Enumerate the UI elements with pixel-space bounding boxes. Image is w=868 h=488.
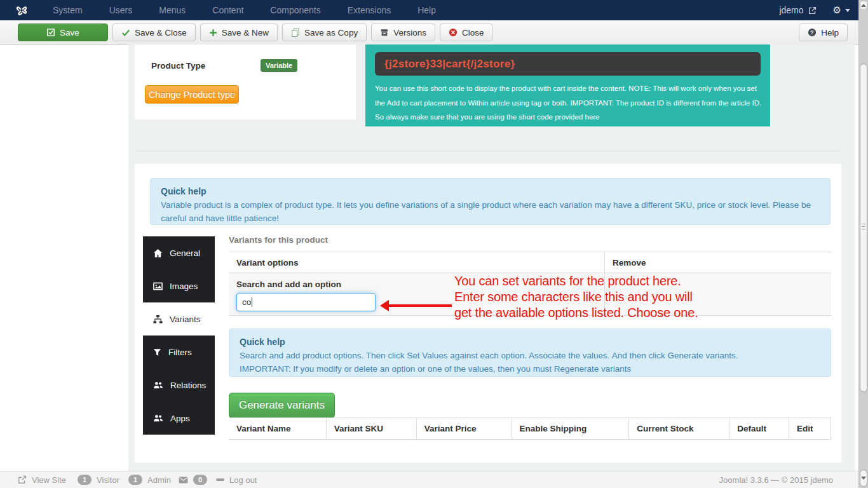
admin-menu: System Users Menus Content Components Ex… <box>39 0 449 20</box>
annotation-line-2: Enter some characters like this and you … <box>454 289 698 305</box>
help-icon: ? <box>808 28 817 37</box>
svg-text:?: ? <box>811 29 814 36</box>
change-product-type-button[interactable]: Change Product type <box>145 85 239 104</box>
menu-item-content[interactable]: Content <box>199 0 257 20</box>
annotation-text: You can set variants for the product her… <box>454 273 698 321</box>
versions-button[interactable]: Versions <box>371 24 435 41</box>
gear-icon: ⚙ <box>833 4 841 16</box>
col-enable-shipping: Enable Shipping <box>512 418 629 439</box>
quick-help-top-text: Variable product is a complex of product… <box>161 198 820 225</box>
quick-help-top-title: Quick help <box>161 186 820 196</box>
close-label: Close <box>462 28 484 37</box>
variant-options-header: Variant options <box>229 252 605 273</box>
product-type-card: Product Type Variable Change Product typ… <box>135 44 356 119</box>
save-label: Save <box>60 28 79 37</box>
menu-item-users[interactable]: Users <box>96 0 146 20</box>
menu-item-help[interactable]: Help <box>404 0 449 20</box>
tab-images[interactable]: Images <box>143 269 215 302</box>
view-site-link[interactable]: View Site <box>32 475 66 485</box>
menu-item-menus[interactable]: Menus <box>146 0 199 20</box>
admin-count-badge: 1 <box>128 475 142 485</box>
status-bar: View Site 1 Visitor 1 Admin 0 Log out Jo… <box>0 471 858 488</box>
help-button[interactable]: ? Help <box>799 24 848 41</box>
section-divider <box>135 151 841 151</box>
tab-apps-label: Apps <box>170 414 190 423</box>
save-copy-button[interactable]: Save as Copy <box>282 24 367 41</box>
help-label: Help <box>821 28 839 37</box>
col-variant-sku: Variant SKU <box>326 418 416 439</box>
save-close-label: Save & Close <box>135 28 187 37</box>
shortcode-description: You can use this short code to display t… <box>375 81 768 125</box>
product-type-label: Product Type <box>151 61 205 71</box>
annotation-line-3: get the available options listed. Choose… <box>454 305 698 321</box>
settings-menu[interactable]: ⚙ <box>833 4 850 16</box>
save-new-button[interactable]: Save & New <box>200 24 278 41</box>
scroll-up-button[interactable] <box>860 1 867 10</box>
view-site-icon <box>18 475 27 484</box>
col-default: Default <box>729 418 789 439</box>
generate-variants-button[interactable]: Generate variants <box>229 393 335 418</box>
filter-icon <box>153 348 161 356</box>
tab-images-label: Images <box>170 281 198 291</box>
col-edit: Edit <box>789 418 831 439</box>
shortcode-box: {j2store}33|cart{/j2store} You can use t… <box>365 44 770 126</box>
vertical-scrollbar[interactable] <box>858 0 868 488</box>
sitemap-icon <box>153 315 163 324</box>
tab-general[interactable]: General <box>143 236 215 269</box>
admin-label: Admin <box>147 475 171 485</box>
save-close-button[interactable]: Save & Close <box>112 24 196 41</box>
users-icon <box>153 414 163 423</box>
tab-variants[interactable]: Variants <box>143 302 215 336</box>
annotation-line-1: You can set variants for the product her… <box>454 273 698 289</box>
visitor-count-badge: 1 <box>78 475 92 485</box>
copy-icon <box>291 28 300 37</box>
col-variant-price: Variant Price <box>416 418 512 439</box>
logout-link[interactable]: Log out <box>229 475 257 485</box>
variants-heading: Variants for this product <box>229 235 328 245</box>
search-option-value: co <box>242 297 251 307</box>
shortcode-text: {j2store}33|cart{/j2store} <box>384 58 515 71</box>
quick-help-bottom-line2: IMPORTANT: If you modify or delete an op… <box>240 362 820 376</box>
home-icon <box>153 248 163 258</box>
tab-variants-label: Variants <box>170 315 201 324</box>
variant-options-header-row: Variant options Remove <box>229 252 831 273</box>
close-button[interactable]: Close <box>440 24 493 41</box>
admin-screen: System Users Menus Content Components Ex… <box>0 0 868 488</box>
search-option-input[interactable]: co <box>236 293 376 311</box>
variants-list-table: Variant Name Variant SKU Variant Price E… <box>229 417 831 440</box>
tab-relations[interactable]: Relations <box>143 369 215 402</box>
versions-label: Versions <box>393 28 426 37</box>
scrollbar-thumb[interactable] <box>860 64 867 392</box>
visitor-label: Visitor <box>97 475 119 485</box>
col-current-stock: Current Stock <box>628 418 729 439</box>
tab-apps[interactable]: Apps <box>143 402 215 435</box>
save-icon <box>46 28 55 37</box>
scroll-down-button[interactable] <box>860 470 867 487</box>
tab-filters[interactable]: Filters <box>143 336 215 369</box>
messages-count-badge: 0 <box>193 475 207 485</box>
quick-help-top: Quick help Variable product is a complex… <box>150 178 831 225</box>
messages-icon <box>179 477 188 484</box>
menu-item-extensions[interactable]: Extensions <box>334 0 404 20</box>
check-icon <box>121 28 130 37</box>
menu-item-system[interactable]: System <box>39 0 96 20</box>
shortcode-code-box: {j2store}33|cart{/j2store} <box>375 52 761 76</box>
user-menu[interactable]: jdemo <box>779 5 816 15</box>
text-caret <box>252 297 252 307</box>
product-type-badge: Variable <box>261 59 297 72</box>
image-icon <box>153 281 163 291</box>
username-label: jdemo <box>779 5 803 15</box>
menu-item-components[interactable]: Components <box>257 0 334 20</box>
version-text: Joomla! 3.3.6 — © 2015 jdemo <box>719 475 833 485</box>
users-icon <box>153 381 163 390</box>
tab-relations-label: Relations <box>170 381 206 390</box>
logout-icon <box>216 478 224 481</box>
toolbar: Save Save & Close Save & New Save as <box>0 20 868 45</box>
save-button[interactable]: Save <box>18 24 108 41</box>
quick-help-bottom-line1: Search and add product options. Then cli… <box>240 349 820 362</box>
plus-icon <box>209 29 217 37</box>
joomla-logo-icon <box>15 4 28 17</box>
external-link-icon <box>808 6 817 15</box>
product-tabs: General Images Variants <box>143 236 215 435</box>
save-new-label: Save & New <box>222 28 269 37</box>
